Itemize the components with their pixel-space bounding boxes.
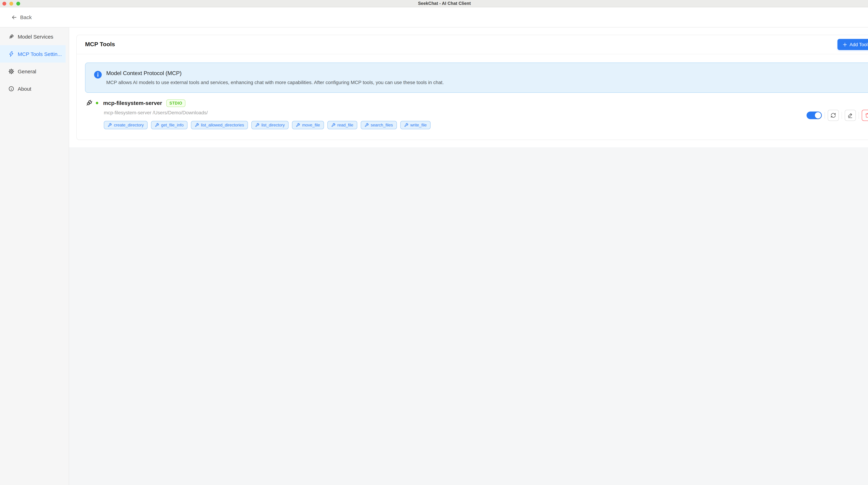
info-filled-icon bbox=[94, 70, 102, 80]
tool-function-name: list_directory bbox=[261, 123, 285, 127]
tool-function-tag: read_file bbox=[327, 121, 357, 129]
back-button[interactable]: Back bbox=[11, 14, 32, 20]
mcp-tools-card: MCP Tools Add Tool bbox=[76, 35, 868, 140]
tool-function-name: get_file_info bbox=[161, 123, 184, 127]
tool-function-tag: get_file_info bbox=[151, 121, 187, 129]
close-window-button[interactable] bbox=[2, 2, 6, 5]
tool-function-tag: list_allowed_directories bbox=[191, 121, 248, 129]
gear-icon bbox=[8, 68, 14, 74]
divider bbox=[842, 112, 842, 119]
api-plug-icon bbox=[8, 33, 14, 39]
traffic-lights bbox=[2, 2, 20, 5]
mcp-info-alert: Model Context Protocol (MCP) MCP allows … bbox=[85, 62, 868, 93]
tool-function-tag: search_files bbox=[361, 121, 397, 129]
toggle-knob bbox=[815, 112, 821, 118]
mcp-server-name: mcp-filesystem-server bbox=[103, 100, 162, 106]
transport-badge: STDIO bbox=[166, 99, 185, 107]
wrench-icon bbox=[364, 123, 369, 127]
tool-function-name: create_directory bbox=[114, 123, 144, 127]
app-window: SeekChat - AI Chat Client Back bbox=[0, 0, 868, 485]
wrench-icon bbox=[155, 123, 159, 127]
edit-pencil-icon bbox=[847, 112, 853, 118]
trash-icon bbox=[865, 112, 868, 118]
mcp-server-command: mcp-filesystem-server /Users/Demo/Downlo… bbox=[104, 110, 800, 115]
tool-function-name: read_file bbox=[337, 123, 353, 127]
thunderbolt-icon bbox=[8, 51, 14, 57]
alert-description: MCP allows AI models to use external too… bbox=[106, 80, 444, 85]
card-header: MCP Tools Add Tool bbox=[77, 35, 868, 54]
server-status-dot bbox=[96, 102, 98, 104]
back-arrow-icon bbox=[11, 15, 17, 20]
plus-icon bbox=[842, 42, 847, 47]
add-tool-button-label: Add Tool bbox=[849, 42, 868, 47]
tool-function-tag: move_file bbox=[292, 121, 324, 129]
wrench-icon bbox=[331, 123, 335, 127]
tool-function-tags: create_directory get_file_info bbox=[104, 121, 800, 129]
tool-function-tag: write_file bbox=[400, 121, 431, 129]
wrench-icon bbox=[107, 123, 112, 127]
mcp-server-row: mcp-filesystem-server STDIO mcp-filesyst… bbox=[85, 99, 868, 131]
refresh-icon bbox=[831, 112, 836, 118]
sidebar-item-label: About bbox=[18, 86, 31, 91]
server-action-buttons bbox=[800, 110, 868, 121]
settings-sidebar: Model Services MCP Tools Settin... bbox=[0, 27, 69, 485]
titlebar: SeekChat - AI Chat Client bbox=[0, 0, 868, 7]
sidebar-item-general[interactable]: General bbox=[0, 62, 66, 80]
alert-title: Model Context Protocol (MCP) bbox=[106, 70, 444, 77]
tool-function-tag: create_directory bbox=[104, 121, 148, 129]
page-title: MCP Tools bbox=[85, 41, 115, 48]
mcp-server-plug-icon bbox=[85, 99, 93, 107]
mcp-server-info: mcp-filesystem-server STDIO mcp-filesyst… bbox=[85, 99, 800, 131]
back-button-label: Back bbox=[20, 14, 32, 20]
wrench-icon bbox=[404, 123, 408, 127]
sidebar-item-label: Model Services bbox=[18, 33, 53, 39]
tool-function-name: search_files bbox=[371, 123, 393, 127]
refresh-server-button[interactable] bbox=[828, 110, 839, 121]
main-content: MCP Tools Add Tool bbox=[69, 27, 868, 485]
enable-server-toggle[interactable] bbox=[807, 111, 822, 119]
wrench-icon bbox=[296, 123, 300, 127]
divider bbox=[825, 112, 825, 119]
window-title: SeekChat - AI Chat Client bbox=[418, 1, 471, 6]
zoom-window-button[interactable] bbox=[16, 2, 20, 5]
add-tool-button[interactable]: Add Tool bbox=[837, 39, 868, 50]
delete-server-button[interactable] bbox=[862, 110, 868, 121]
sidebar-item-mcp-tools-settings[interactable]: MCP Tools Settin... bbox=[0, 45, 66, 62]
minimize-window-button[interactable] bbox=[9, 2, 13, 5]
wrench-icon bbox=[255, 123, 259, 127]
tool-function-name: write_file bbox=[410, 123, 427, 127]
tool-function-tag: list_directory bbox=[251, 121, 289, 129]
tool-function-name: list_allowed_directories bbox=[201, 123, 244, 127]
sidebar-item-model-services[interactable]: Model Services bbox=[0, 28, 66, 45]
sidebar-item-label: MCP Tools Settin... bbox=[18, 51, 62, 57]
info-circle-icon bbox=[8, 86, 14, 91]
sidebar-item-about[interactable]: About bbox=[0, 80, 66, 97]
top-navigation-bar: Back bbox=[0, 7, 868, 27]
divider bbox=[859, 112, 859, 119]
tool-function-name: move_file bbox=[302, 123, 320, 127]
edit-server-button[interactable] bbox=[845, 110, 856, 121]
sidebar-item-label: General bbox=[18, 68, 36, 74]
wrench-icon bbox=[195, 123, 199, 127]
